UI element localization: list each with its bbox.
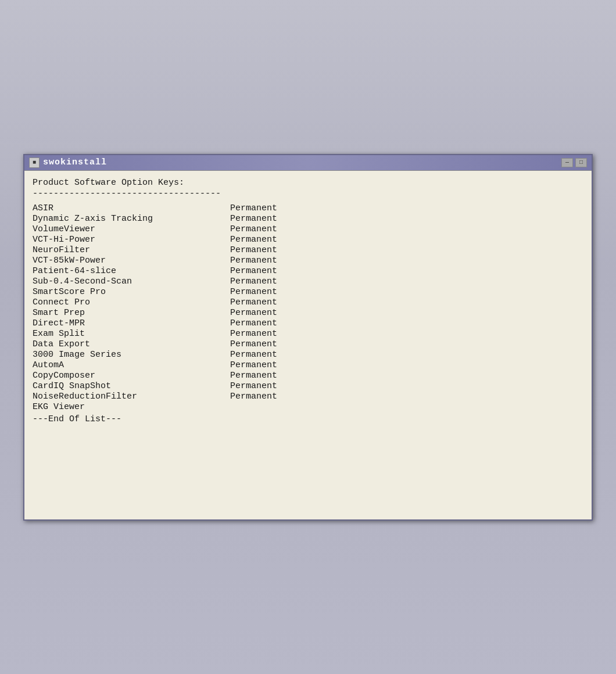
item-status: Permanent bbox=[230, 245, 277, 255]
item-name: NoiseReductionFilter bbox=[33, 392, 230, 401]
item-status: Permanent bbox=[230, 371, 277, 381]
item-status: Permanent bbox=[230, 360, 277, 370]
item-status: Permanent bbox=[230, 329, 277, 339]
item-status: Permanent bbox=[230, 297, 277, 307]
item-status: Permanent bbox=[230, 381, 277, 391]
screen-background: ■ swokinstall — □ Product Software Optio… bbox=[0, 0, 616, 674]
item-name: VCT-Hi-Power bbox=[33, 235, 230, 245]
item-status: Permanent bbox=[230, 277, 277, 286]
maximize-button[interactable]: □ bbox=[575, 158, 587, 167]
item-name: VCT-85kW-Power bbox=[33, 256, 230, 266]
item-status: Permanent bbox=[230, 308, 277, 318]
item-status: Permanent bbox=[230, 318, 277, 328]
item-name: Dynamic Z-axis Tracking bbox=[33, 214, 230, 224]
item-name: Patient-64-slice bbox=[33, 266, 230, 276]
title-bar-left: ■ swokinstall bbox=[29, 157, 107, 168]
list-item: NeuroFilterPermanent bbox=[33, 245, 583, 255]
item-name: Smart Prep bbox=[33, 308, 230, 318]
list-item: Patient-64-slicePermanent bbox=[33, 266, 583, 276]
list-item: AutomAPermanent bbox=[33, 360, 583, 370]
software-options-list: ASIRPermanentDynamic Z-axis TrackingPerm… bbox=[33, 203, 583, 412]
list-item: SmartScore ProPermanent bbox=[33, 287, 583, 297]
minimize-button[interactable]: — bbox=[561, 158, 573, 167]
window-title: swokinstall bbox=[43, 157, 107, 167]
window-content: Product Software Option Keys: ----------… bbox=[24, 171, 592, 519]
content-header: Product Software Option Keys: bbox=[33, 178, 583, 188]
list-item: VolumeViewerPermanent bbox=[33, 224, 583, 234]
item-status: Permanent bbox=[230, 339, 277, 349]
item-name: ASIR bbox=[33, 203, 230, 213]
application-window: ■ swokinstall — □ Product Software Optio… bbox=[23, 154, 593, 521]
list-item: Direct-MPRPermanent bbox=[33, 318, 583, 328]
window-icon[interactable]: ■ bbox=[29, 157, 40, 168]
item-name: CopyComposer bbox=[33, 371, 230, 381]
list-item: VCT-85kW-PowerPermanent bbox=[33, 256, 583, 266]
item-name: SmartScore Pro bbox=[33, 287, 230, 297]
list-item: EKG Viewer bbox=[33, 402, 583, 412]
item-name: Direct-MPR bbox=[33, 318, 230, 328]
end-of-list-label: ---End Of List--- bbox=[33, 414, 583, 424]
list-item: VCT-Hi-PowerPermanent bbox=[33, 235, 583, 245]
list-item: ASIRPermanent bbox=[33, 203, 583, 213]
item-name: NeuroFilter bbox=[33, 245, 230, 255]
list-item: Dynamic Z-axis TrackingPermanent bbox=[33, 214, 583, 224]
item-name: EKG Viewer bbox=[33, 402, 230, 412]
item-status: Permanent bbox=[230, 203, 277, 213]
list-item: Data ExportPermanent bbox=[33, 339, 583, 349]
item-status: Permanent bbox=[230, 256, 277, 266]
item-name: Data Export bbox=[33, 339, 230, 349]
list-item: NoiseReductionFilterPermanent bbox=[33, 392, 583, 401]
item-name: Connect Pro bbox=[33, 297, 230, 307]
item-name: AutomA bbox=[33, 360, 230, 370]
item-status: Permanent bbox=[230, 266, 277, 276]
list-item: 3000 Image SeriesPermanent bbox=[33, 350, 583, 360]
title-bar-controls: — □ bbox=[561, 158, 587, 167]
list-item: Smart PrepPermanent bbox=[33, 308, 583, 318]
list-item: Exam SplitPermanent bbox=[33, 329, 583, 339]
list-item: Sub-0.4-Second-ScanPermanent bbox=[33, 277, 583, 286]
list-item: CopyComposerPermanent bbox=[33, 371, 583, 381]
item-status: Permanent bbox=[230, 235, 277, 245]
item-name: 3000 Image Series bbox=[33, 350, 230, 360]
item-name: Exam Split bbox=[33, 329, 230, 339]
item-status: Permanent bbox=[230, 224, 277, 234]
item-name: CardIQ SnapShot bbox=[33, 381, 230, 391]
item-status: Permanent bbox=[230, 350, 277, 360]
list-item: Connect ProPermanent bbox=[33, 297, 583, 307]
item-status: Permanent bbox=[230, 287, 277, 297]
item-status: Permanent bbox=[230, 392, 277, 401]
item-status: Permanent bbox=[230, 214, 277, 224]
item-name: Sub-0.4-Second-Scan bbox=[33, 277, 230, 286]
header-divider: ------------------------------------ bbox=[33, 189, 583, 199]
item-name: VolumeViewer bbox=[33, 224, 230, 234]
title-bar: ■ swokinstall — □ bbox=[24, 155, 592, 171]
list-item: CardIQ SnapShotPermanent bbox=[33, 381, 583, 391]
